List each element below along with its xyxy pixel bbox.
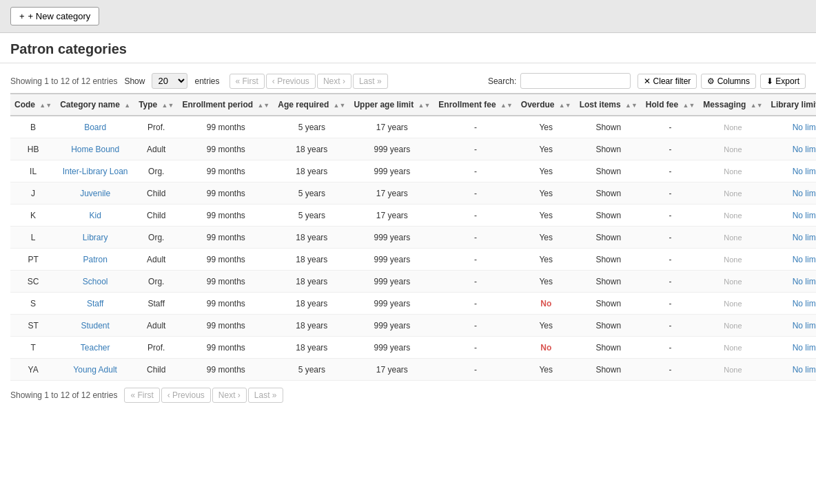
cell-enrollment-period: 99 months xyxy=(178,116,274,138)
cell-overdue: No xyxy=(517,293,575,315)
cell-age-required: 18 years xyxy=(274,227,349,249)
th-hold-fee[interactable]: Hold fee ▲▼ xyxy=(642,94,700,116)
sort-arrows-messaging: ▲▼ xyxy=(751,102,763,109)
cell-lost-items: Shown xyxy=(575,359,642,381)
cell-category-name: School xyxy=(56,271,134,293)
cell-enrollment-period: 99 months xyxy=(178,182,274,204)
th-enrollment-fee[interactable]: Enrollment fee ▲▼ xyxy=(434,94,517,116)
cell-type: Child xyxy=(134,182,178,204)
cell-messaging: None xyxy=(699,293,766,315)
th-upper-age-limit[interactable]: Upper age limit ▲▼ xyxy=(349,94,434,116)
cell-messaging: None xyxy=(699,138,766,160)
cell-messaging: None xyxy=(699,182,766,204)
category-link[interactable]: Home Bound xyxy=(71,145,119,154)
cell-library-limitations: No limitation xyxy=(767,315,816,337)
th-type[interactable]: Type ▲▼ xyxy=(134,94,178,116)
category-link[interactable]: Staff xyxy=(87,299,103,308)
category-link[interactable]: Patron xyxy=(83,255,107,264)
cell-library-limitations: No limitation xyxy=(767,204,816,227)
th-enrollment-period[interactable]: Enrollment period ▲▼ xyxy=(178,94,274,116)
cell-lost-items: Shown xyxy=(575,116,642,138)
search-input[interactable] xyxy=(520,73,631,89)
cell-type: Prof. xyxy=(134,116,178,138)
cell-type: Org. xyxy=(134,271,178,293)
category-link[interactable]: Juvenile xyxy=(80,189,110,198)
th-library-limitations[interactable]: Library limitations ▲▼ xyxy=(767,94,816,116)
cell-code: T xyxy=(10,337,56,359)
next-button[interactable]: Next › xyxy=(317,74,351,89)
cell-category-name: Board xyxy=(56,116,134,138)
columns-button[interactable]: ⚙ Columns xyxy=(701,74,756,89)
entries-select[interactable]: 10 20 50 100 xyxy=(152,73,187,89)
cell-overdue: Yes xyxy=(517,138,575,160)
table-row: ST Student Adult 99 months 18 years 999 … xyxy=(10,315,816,337)
cell-hold-fee: - xyxy=(642,182,700,204)
th-category-name[interactable]: Category name ▲ xyxy=(56,94,134,116)
category-link[interactable]: Board xyxy=(84,123,106,132)
bottom-last-button[interactable]: Last » xyxy=(248,388,283,403)
cell-enrollment-fee: - xyxy=(434,249,517,271)
cell-age-required: 5 years xyxy=(274,359,349,381)
category-link[interactable]: Teacher xyxy=(81,343,110,353)
cell-upper-age: 999 years xyxy=(349,138,434,160)
cell-code: SC xyxy=(10,271,56,293)
cell-messaging: None xyxy=(699,204,766,227)
cell-upper-age: 999 years xyxy=(349,337,434,359)
cell-category-name: Patron xyxy=(56,249,134,271)
cell-code: PT xyxy=(10,249,56,271)
cell-upper-age: 999 years xyxy=(349,315,434,337)
cell-enrollment-fee: - xyxy=(434,359,517,381)
clear-filter-button[interactable]: ✕ Clear filter xyxy=(638,74,697,89)
category-link[interactable]: School xyxy=(83,277,108,286)
cell-category-name: Inter-Library Loan xyxy=(56,160,134,182)
export-button[interactable]: ⬇ Export xyxy=(760,74,806,89)
cell-type: Prof. xyxy=(134,337,178,359)
cell-overdue: Yes xyxy=(517,116,575,138)
cell-hold-fee: - xyxy=(642,337,700,359)
cell-hold-fee: - xyxy=(642,204,700,227)
bottom-first-button[interactable]: « First xyxy=(124,388,159,403)
cell-age-required: 18 years xyxy=(274,160,349,182)
cell-library-limitations: No limitation xyxy=(767,293,816,315)
category-link[interactable]: Young Adult xyxy=(73,365,117,375)
category-link[interactable]: Library xyxy=(83,233,108,242)
last-button[interactable]: Last » xyxy=(353,74,388,89)
cell-enrollment-fee: - xyxy=(434,227,517,249)
th-lost-items[interactable]: Lost items ▲▼ xyxy=(575,94,642,116)
cell-library-limitations: No limitation xyxy=(767,359,816,381)
th-age-required[interactable]: Age required ▲▼ xyxy=(274,94,349,116)
th-overdue[interactable]: Overdue ▲▼ xyxy=(517,94,575,116)
sort-arrows-upper: ▲▼ xyxy=(418,102,430,109)
cell-code: K xyxy=(10,204,56,227)
cell-messaging: None xyxy=(699,160,766,182)
category-link[interactable]: Inter-Library Loan xyxy=(63,167,128,176)
bottom-next-button[interactable]: Next › xyxy=(212,388,247,403)
show-label: Show xyxy=(124,76,145,86)
new-category-button[interactable]: + + New category xyxy=(10,7,99,25)
cell-hold-fee: - xyxy=(642,249,700,271)
cell-category-name: Kid xyxy=(56,204,134,227)
cell-code: J xyxy=(10,182,56,204)
cell-enrollment-fee: - xyxy=(434,116,517,138)
cell-code: HB xyxy=(10,138,56,160)
category-link[interactable]: Student xyxy=(81,321,109,330)
category-link[interactable]: Kid xyxy=(89,211,101,220)
cell-age-required: 18 years xyxy=(274,271,349,293)
cell-overdue: Yes xyxy=(517,160,575,182)
cell-age-required: 18 years xyxy=(274,249,349,271)
th-messaging[interactable]: Messaging ▲▼ xyxy=(699,94,766,116)
sort-arrows-age: ▲▼ xyxy=(334,102,346,109)
cell-type: Adult xyxy=(134,249,178,271)
patron-categories-table: Code ▲▼ Category name ▲ Type ▲▼ Enrollme… xyxy=(10,93,816,381)
previous-button[interactable]: ‹ Previous xyxy=(266,74,316,89)
table-header-row: Code ▲▼ Category name ▲ Type ▲▼ Enrollme… xyxy=(10,94,816,116)
bottom-previous-button[interactable]: ‹ Previous xyxy=(161,388,211,403)
cell-enrollment-period: 99 months xyxy=(178,249,274,271)
th-code[interactable]: Code ▲▼ xyxy=(10,94,56,116)
cell-lost-items: Shown xyxy=(575,337,642,359)
sort-arrows-code: ▲▼ xyxy=(39,102,52,109)
cell-code: IL xyxy=(10,160,56,182)
cell-upper-age: 17 years xyxy=(349,116,434,138)
cell-enrollment-fee: - xyxy=(434,160,517,182)
first-button[interactable]: « First xyxy=(229,74,265,89)
